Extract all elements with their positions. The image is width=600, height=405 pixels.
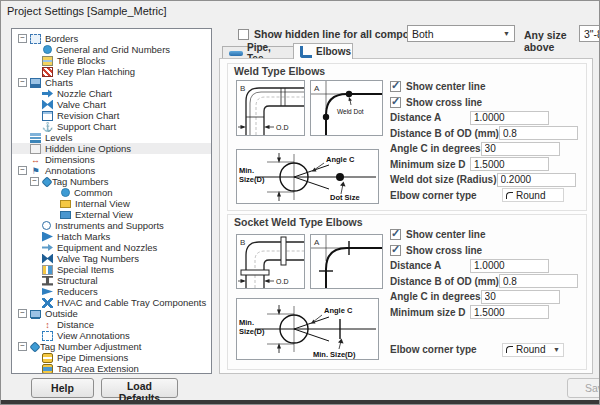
tree-item-equipment-nozzles[interactable]: Equipment and Nozzles [24,242,211,253]
tree-label: Hatch Marks [57,231,110,242]
yellow-rect-icon [60,200,71,208]
field-label: Distance B of OD (mm) [390,276,499,287]
checkbox-row: Show center line [390,79,584,95]
field-row: Weld dot size (Radius) [390,172,584,188]
revision-chart-icon [42,111,53,121]
collapse-icon[interactable] [18,34,27,43]
collapse-icon[interactable] [18,342,27,351]
component-filter-dropdown[interactable]: Both ▼ [407,25,515,42]
tree-label: Annotations [45,165,95,176]
save-button[interactable]: Save [567,378,600,398]
tree-label: Support Chart [57,121,116,132]
weld-type-elbows-group: Weld Type Elbows B O.D [227,63,587,211]
dot-size-label: Dot Size [330,193,360,202]
tree-item-dimensions[interactable]: Dimensions [12,154,211,165]
elbow-corner-type-select[interactable]: Round [502,188,564,202]
tree-label: Tag Area Extension [57,363,139,374]
collapse-icon[interactable] [18,309,27,318]
valve-tag-icon [42,254,53,264]
support-chart-icon [42,122,53,132]
tab-elbows[interactable]: Elbows [293,43,353,59]
tree-item-hatch-marks[interactable]: Hatch Marks [24,231,211,242]
circle-icon [43,45,52,54]
tree-item-nozzle-chart[interactable]: Nozzle Chart [24,88,211,99]
tree-item-key-plan-hatching[interactable]: Key Plan Hatching [24,66,211,77]
show-cross-line-checkbox[interactable] [390,97,401,108]
min-size-label: Size(D) [239,175,265,184]
elbow-corner-type-select[interactable]: Round ▼ [502,343,564,357]
tree-item-common[interactable]: Common [42,187,211,198]
collapse-icon[interactable] [30,177,39,186]
angle-c-input[interactable] [481,142,560,156]
help-button[interactable]: Help [31,378,94,398]
tree-item-valve-chart[interactable]: Valve Chart [24,99,211,110]
tree-item-levels[interactable]: Levels [12,132,211,143]
field-row: Distance A [390,110,584,126]
weld-dot-size-input[interactable] [497,173,576,187]
outside-icon [30,310,41,318]
field-row: Distance B of OD (mm) [390,126,584,142]
field-label: Distance A [390,260,470,271]
round-corner-icon [506,192,513,199]
tree-item-tag-number-adjustment[interactable]: Tag Number Adjustment [12,341,211,352]
tree-item-borders[interactable]: Borders [12,33,211,44]
annotations-icon [30,166,41,176]
blue-rect-icon [60,211,71,219]
tree-item-outside[interactable]: Outside [12,308,211,319]
weld-dot [346,91,352,97]
tree-item-structural[interactable]: Structural [24,275,211,286]
tree-item-pipe-dimensions[interactable]: Pipe Dimensions [24,352,211,363]
tree-label: Outside [45,308,78,319]
show-hidden-line-checkbox[interactable] [238,29,249,40]
tree-item-general-grid-numbers[interactable]: General and Grid Numbers [24,44,211,55]
tree-item-tag-numbers[interactable]: Tag Numbers [24,176,211,187]
window-bottom-edge [1,400,600,405]
tree-item-hidden-line-options[interactable]: Hidden Line Options [12,143,211,154]
collapse-icon[interactable] [18,78,27,87]
show-center-line-checkbox[interactable] [390,81,401,92]
tree-label: Distance [57,319,94,330]
tree-item-external-view[interactable]: External View [42,209,211,220]
field-row: Distance B of OD (mm) [390,274,584,290]
distance-b-input[interactable] [499,274,578,288]
tree-item-instruments-supports[interactable]: Instruments and Supports [24,220,211,231]
tree-label: Reducers [57,286,98,297]
tree-item-view-annotations[interactable]: View Annotations [24,330,211,341]
weld-dot [323,114,329,120]
min-size-label: Min. [239,166,254,175]
minimum-size-d-input[interactable] [470,305,549,319]
tree-item-tag-area-extension[interactable]: Tag Area Extension [24,363,211,374]
special-items-icon [42,265,53,275]
nozzle-chart-icon [42,89,53,99]
tree-item-support-chart[interactable]: Support Chart [24,121,211,132]
weld-diagram-b: B O.D [236,80,305,136]
show-center-line-checkbox[interactable] [390,229,401,240]
socket-corner-row: Elbow corner type Round ▼ [390,342,584,358]
minimum-size-d-input[interactable] [470,157,549,171]
collapse-icon[interactable] [18,166,27,175]
tree-label: Internal View [75,198,130,209]
size-filter-dropdown[interactable]: 3"-80 [579,25,600,42]
checkbox-label: Show cross line [406,245,584,256]
tree-item-distance[interactable]: Distance [24,319,211,330]
field-label: Minimum size D [390,159,470,170]
distance-a-input[interactable] [470,259,549,273]
distance-a-input[interactable] [470,111,549,125]
weld-angle-diagram: Angle C Dot Size Min. Size(D) [236,149,379,204]
load-defaults-button[interactable]: Load Defaults [101,378,178,398]
field-label: Minimum size D [390,307,470,318]
tree-item-title-blocks[interactable]: Title Blocks [24,55,211,66]
tree-item-reducers[interactable]: Reducers [24,286,211,297]
tree-item-charts[interactable]: Charts [12,77,211,88]
tree-item-special-items[interactable]: Special Items [24,264,211,275]
project-settings-window: Project Settings [Sample_Metric] Borders… [0,0,600,405]
show-cross-line-checkbox[interactable] [390,245,401,256]
tree-item-revision-chart[interactable]: Revision Chart [24,110,211,121]
tree-item-annotations[interactable]: Annotations [12,165,211,176]
tree-item-hvac-cable-tray[interactable]: HVAC and Cable Tray Components [24,297,211,308]
distance-b-input[interactable] [499,126,578,140]
tree-item-valve-tag-numbers[interactable]: Valve Tag Numbers [24,253,211,264]
tree-item-internal-view[interactable]: Internal View [42,198,211,209]
dot-size-dot [336,173,344,181]
angle-c-input[interactable] [481,290,560,304]
